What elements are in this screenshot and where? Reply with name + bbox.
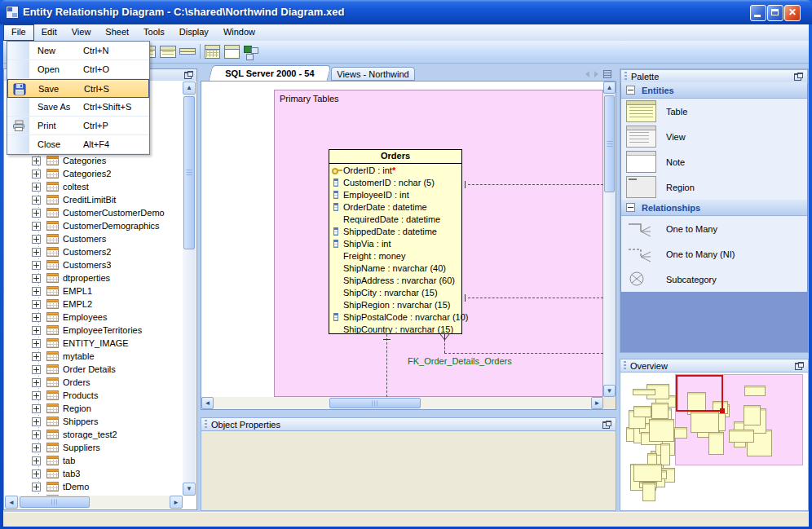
float-window-icon[interactable] bbox=[794, 73, 803, 81]
tree-item[interactable]: CustomerDemographics bbox=[5, 219, 183, 232]
expand-plus-icon[interactable] bbox=[32, 352, 41, 361]
close-button[interactable] bbox=[784, 5, 801, 21]
expand-plus-icon[interactable] bbox=[32, 430, 41, 439]
tree-item[interactable]: Region bbox=[5, 402, 183, 415]
title-bar[interactable]: Entity Relationship Diagram - C:\shared\… bbox=[0, 0, 812, 24]
expand-plus-icon[interactable] bbox=[32, 417, 41, 426]
table-field[interactable]: Freight : money bbox=[329, 249, 461, 262]
palette-item[interactable]: One to Many bbox=[621, 216, 807, 241]
float-window-icon[interactable] bbox=[602, 421, 611, 429]
tree-item[interactable]: Products bbox=[5, 389, 183, 402]
expand-plus-icon[interactable] bbox=[32, 287, 41, 296]
tree-item[interactable]: Customers3 bbox=[5, 258, 183, 271]
maximize-button[interactable] bbox=[767, 5, 783, 21]
relationship-line[interactable] bbox=[468, 298, 603, 298]
table-field[interactable]: ShipCity : nvarchar (15) bbox=[329, 286, 461, 298]
overview-header[interactable]: Overview bbox=[620, 359, 809, 373]
tree-item[interactable]: dtproperties bbox=[5, 271, 183, 284]
float-window-icon[interactable] bbox=[795, 362, 804, 370]
table-field[interactable]: CustomerID : nchar (5) bbox=[329, 176, 461, 188]
tree-item[interactable]: tab3 bbox=[5, 467, 183, 480]
tree-item[interactable]: CustomerCustomerDemo bbox=[5, 206, 183, 219]
scroll-left-icon[interactable]: ◄ bbox=[201, 397, 214, 409]
scroll-right-icon[interactable]: ► bbox=[170, 496, 183, 509]
relationship-line[interactable] bbox=[468, 184, 603, 185]
object-properties-header[interactable]: Object Properties bbox=[201, 417, 616, 431]
table-field[interactable]: OrderID : int * bbox=[329, 164, 461, 176]
menu-bar-item[interactable]: Tools bbox=[136, 24, 172, 41]
expand-plus-icon[interactable] bbox=[32, 170, 41, 179]
entity-orders-table[interactable]: Orders OrderID : int * CustomerID : ncha… bbox=[329, 149, 462, 334]
diagram-canvas[interactable]: Primary Tables FK_Order_Details_Orders O… bbox=[201, 81, 616, 410]
tab-sql-server[interactable]: SQL Server 2000 - 54 bbox=[209, 65, 332, 81]
tree-item[interactable]: Categories2 bbox=[5, 167, 183, 180]
tree-item[interactable]: Employees bbox=[5, 311, 183, 324]
tree-vscroll-thumb[interactable] bbox=[183, 96, 195, 249]
expand-plus-icon[interactable] bbox=[32, 222, 41, 231]
expand-plus-icon[interactable] bbox=[32, 326, 41, 335]
drag-grip-icon[interactable] bbox=[205, 420, 207, 429]
file-menu-item[interactable]: Close Alt+F4 bbox=[7, 135, 149, 154]
tab-list-icon[interactable] bbox=[603, 70, 611, 78]
tree-item[interactable]: EMPL2 bbox=[5, 298, 183, 311]
tree-item[interactable]: Shippers bbox=[5, 415, 183, 428]
expand-plus-icon[interactable] bbox=[32, 156, 41, 165]
table-field[interactable]: RequiredDate : datetime bbox=[329, 213, 461, 225]
relationships-group-header[interactable]: Relationships bbox=[621, 200, 807, 216]
table-field[interactable]: ShippedDate : datetime bbox=[329, 225, 461, 237]
expand-plus-icon[interactable] bbox=[32, 235, 41, 244]
menu-bar-item[interactable]: Sheet bbox=[98, 24, 136, 41]
menu-bar-item[interactable]: View bbox=[64, 24, 99, 41]
palette-item[interactable]: Table bbox=[621, 99, 807, 124]
toolbar-region-bar-icon[interactable] bbox=[179, 48, 196, 55]
toolbar-relationship-icon[interactable] bbox=[243, 45, 259, 59]
file-menu-item[interactable]: Save Ctrl+S bbox=[7, 79, 149, 98]
overview-canvas[interactable] bbox=[620, 373, 809, 511]
tree-item[interactable]: CreditLimitBit bbox=[5, 193, 183, 206]
canvas-horizontal-scrollbar[interactable]: ◄ ► bbox=[201, 397, 603, 409]
palette-header[interactable]: Palette bbox=[620, 69, 808, 83]
menu-bar-item[interactable]: Edit bbox=[34, 24, 64, 41]
expand-plus-icon[interactable] bbox=[32, 274, 41, 283]
tree-item[interactable]: Orders bbox=[5, 376, 183, 389]
drag-grip-icon[interactable] bbox=[624, 361, 626, 370]
expand-plus-icon[interactable] bbox=[32, 209, 41, 218]
tree-item[interactable]: Suppliers bbox=[5, 441, 183, 454]
next-tab-icon[interactable] bbox=[594, 71, 598, 77]
drag-grip-icon[interactable] bbox=[624, 72, 627, 81]
expand-plus-icon[interactable] bbox=[32, 313, 41, 322]
tree-hscroll-thumb[interactable] bbox=[20, 496, 90, 508]
scroll-up-icon[interactable]: ▲ bbox=[183, 82, 196, 95]
tree-item[interactable]: mytable bbox=[5, 350, 183, 363]
file-menu-item[interactable]: New Ctrl+N bbox=[7, 42, 149, 60]
expand-plus-icon[interactable] bbox=[32, 456, 41, 465]
file-menu-item[interactable]: Save As Ctrl+Shift+S bbox=[7, 98, 149, 117]
palette-item[interactable]: View bbox=[621, 124, 807, 149]
collapse-minus-icon[interactable] bbox=[626, 203, 635, 212]
tree-item[interactable]: Customers bbox=[5, 232, 183, 245]
entity-title[interactable]: Orders bbox=[329, 150, 461, 164]
tree-item[interactable]: tDemo bbox=[5, 480, 183, 493]
expand-plus-icon[interactable] bbox=[32, 496, 41, 496]
expand-plus-icon[interactable] bbox=[32, 378, 41, 387]
entities-group-header[interactable]: Entities bbox=[621, 82, 807, 99]
scroll-up-icon[interactable]: ▲ bbox=[603, 82, 616, 94]
tab-views-northwind[interactable]: Views - Northwind bbox=[331, 67, 415, 81]
file-menu-item[interactable]: Open Ctrl+O bbox=[7, 60, 149, 79]
tree-item[interactable]: storage_test2 bbox=[5, 428, 183, 441]
palette-item[interactable]: Region bbox=[621, 174, 807, 200]
scroll-left-icon[interactable]: ◄ bbox=[5, 496, 18, 509]
fk-relationship-label[interactable]: FK_Order_Details_Orders bbox=[408, 356, 512, 366]
table-field[interactable]: ShipAddress : nvarchar (60) bbox=[329, 274, 461, 286]
tree-item[interactable]: ENTITY_IMAGE bbox=[5, 337, 183, 350]
scroll-right-icon[interactable]: ► bbox=[591, 397, 603, 409]
table-field[interactable]: EmployeeID : int bbox=[329, 188, 461, 201]
expand-plus-icon[interactable] bbox=[32, 261, 41, 270]
expand-plus-icon[interactable] bbox=[32, 365, 41, 374]
tree-item[interactable]: coltest bbox=[5, 180, 183, 193]
expand-plus-icon[interactable] bbox=[32, 404, 41, 413]
menu-bar-item[interactable]: Display bbox=[172, 24, 216, 41]
expand-plus-icon[interactable] bbox=[32, 483, 41, 492]
expand-plus-icon[interactable] bbox=[32, 443, 41, 452]
expand-plus-icon[interactable] bbox=[32, 391, 41, 400]
